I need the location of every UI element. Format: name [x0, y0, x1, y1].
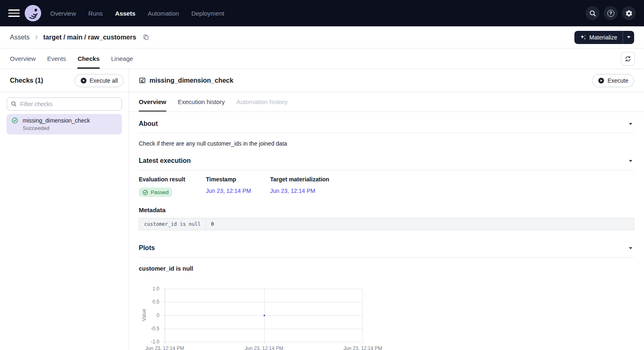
column-timestamp: Timestamp: [206, 176, 270, 183]
breadcrumb-assets-link[interactable]: Assets: [10, 34, 30, 41]
check-item-status: Succeeded: [23, 125, 90, 132]
metadata-key: customer_id is null: [139, 218, 206, 230]
chart-y-axis: 1.00.50-0.5-1.0: [139, 289, 165, 342]
timestamp-link[interactable]: Jun 23, 12:14 PM: [206, 188, 251, 194]
tab-checks[interactable]: Checks: [77, 49, 99, 69]
latest-execution-heading: Latest execution: [139, 157, 191, 165]
check-list-item[interactable]: missing_dimension_check Succeeded: [7, 114, 122, 134]
check-detail-panel: missing_dimension_check Execute Overview…: [129, 69, 644, 350]
execute-all-button[interactable]: Execute all: [75, 74, 124, 87]
tab-events[interactable]: Events: [47, 49, 66, 69]
checks-count-title: Checks (1): [10, 77, 43, 84]
settings-gear-icon: [625, 9, 633, 17]
column-evaluation-result: Evaluation result: [139, 176, 206, 183]
about-heading: About: [139, 120, 158, 127]
breadcrumb: Assets target / main / raw_customers: [10, 34, 149, 41]
sparkle-icon: [580, 34, 586, 41]
tab-overview[interactable]: Overview: [10, 49, 36, 69]
check-circle-icon: [142, 190, 148, 195]
execute-button[interactable]: Execute: [592, 74, 634, 87]
plots-collapse-button[interactable]: [627, 246, 634, 251]
caret-down-icon: [627, 36, 630, 38]
value-plot: Value 1.00.50-0.5-1.0 Jun 23, 12:14 PMJu…: [139, 289, 634, 350]
latest-execution-table: Evaluation result Passed Timestamp J: [139, 176, 634, 197]
copy-asset-key-button[interactable]: [143, 34, 149, 40]
y-tick-label: -1.0: [151, 339, 159, 345]
help-button[interactable]: ?: [604, 6, 618, 20]
tab-check-overview[interactable]: Overview: [139, 92, 166, 111]
caret-down-icon: [629, 247, 632, 249]
plots-heading: Plots: [139, 244, 155, 252]
materialize-dropdown-button[interactable]: [623, 31, 634, 44]
nav-item-deployment[interactable]: Deployment: [191, 10, 224, 17]
dagster-logo-icon[interactable]: [25, 5, 41, 21]
y-tick-label: 1.0: [152, 286, 159, 292]
refresh-button[interactable]: [621, 52, 635, 66]
check-title: missing_dimension_check: [149, 77, 233, 84]
help-icon: ?: [607, 10, 614, 17]
check-overview-content: About Check if there are any null custom…: [129, 112, 644, 350]
tab-execution-history[interactable]: Execution history: [178, 92, 225, 111]
asset-tabs-row: Overview Events Checks Lineage: [0, 49, 644, 69]
checks-sidebar: Checks (1) Execute all missing_dimension…: [0, 69, 129, 350]
play-circle-icon: [598, 77, 604, 84]
metadata-heading: Metadata: [139, 206, 634, 213]
primary-nav: Overview Runs Assets Automation Deployme…: [50, 10, 224, 17]
chevron-right-icon: [34, 35, 39, 40]
metadata-value: 0: [206, 218, 634, 230]
nav-item-overview[interactable]: Overview: [50, 10, 76, 17]
nav-item-runs[interactable]: Runs: [89, 10, 103, 17]
filter-checks-input[interactable]: [7, 97, 122, 111]
status-badge: Passed: [139, 188, 172, 197]
latest-execution-collapse-button[interactable]: [627, 158, 634, 164]
tab-automation-history[interactable]: Automation history: [236, 92, 287, 111]
column-target-materialization: Target materialization: [270, 176, 329, 183]
caret-down-icon: [629, 123, 632, 125]
materialize-button[interactable]: Materialize: [574, 31, 623, 44]
materialize-split-button: Materialize: [574, 31, 634, 44]
search-icon: [589, 10, 596, 17]
check-description: Check if there are any null customer_ids…: [139, 140, 634, 147]
breadcrumb-asset-path: target / main / raw_customers: [43, 34, 136, 41]
breadcrumb-row: Assets target / main / raw_customers Mat…: [0, 26, 644, 49]
plot-title: customer_id is null: [139, 265, 634, 272]
x-tick-label: Jun 23, 12:14 PM: [245, 345, 283, 350]
nav-item-automation[interactable]: Automation: [148, 10, 179, 17]
asset-check-icon: [139, 77, 146, 84]
filter-search-icon: [11, 101, 17, 107]
chart-data-point: [264, 315, 265, 316]
about-collapse-button[interactable]: [627, 121, 634, 127]
x-tick-label: Jun 23, 12:14 PM: [343, 345, 382, 350]
tab-lineage[interactable]: Lineage: [111, 49, 133, 69]
y-tick-label: -0.5: [151, 326, 159, 331]
y-tick-label: 0: [156, 313, 159, 318]
settings-button[interactable]: [622, 6, 636, 20]
check-success-icon: [12, 117, 18, 124]
top-nav: Overview Runs Assets Automation Deployme…: [0, 0, 644, 26]
search-button[interactable]: [586, 6, 600, 20]
caret-down-icon: [629, 160, 632, 162]
play-circle-icon: [80, 77, 87, 84]
metadata-row: customer_id is null 0: [139, 218, 634, 230]
hamburger-menu-icon[interactable]: [8, 9, 20, 17]
chart-plot-area: [165, 289, 363, 342]
check-item-name: missing_dimension_check: [23, 117, 90, 124]
materialize-label: Materialize: [589, 34, 617, 41]
nav-item-assets[interactable]: Assets: [115, 10, 135, 17]
check-detail-tabs: Overview Execution history Automation hi…: [129, 92, 644, 112]
target-materialization-link[interactable]: Jun 23, 12:14 PM: [270, 188, 315, 194]
x-tick-label: Jun 23, 12:14 PM: [145, 345, 184, 350]
metadata-table: customer_id is null 0: [139, 218, 634, 230]
y-tick-label: 0.5: [152, 299, 159, 305]
copy-icon: [143, 34, 149, 40]
refresh-icon: [625, 56, 631, 62]
